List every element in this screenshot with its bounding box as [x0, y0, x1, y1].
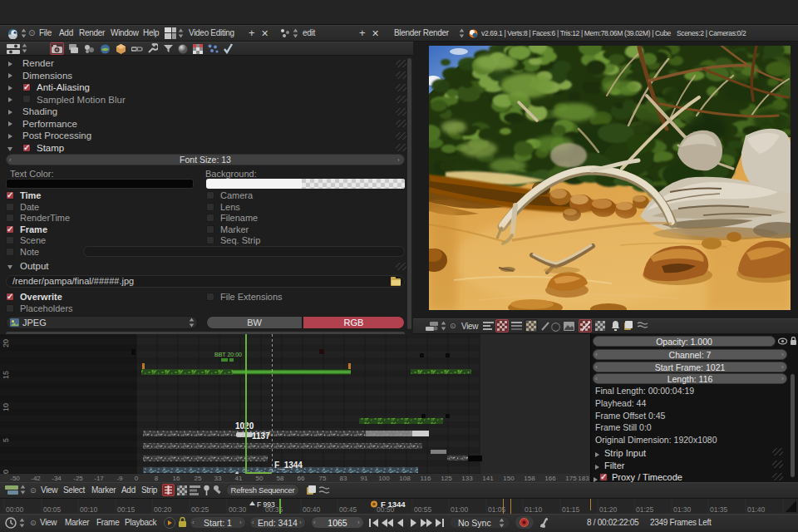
svg-text:0: 0 — [135, 475, 139, 482]
svg-text:1020: 1020 — [235, 421, 254, 431]
svg-text:5: 5 — [2, 438, 10, 442]
svg-text:-25: -25 — [73, 475, 83, 482]
svg-text:141: 141 — [482, 475, 494, 482]
svg-text:-9: -9 — [116, 475, 123, 482]
svg-text:01:40: 01:40 — [747, 505, 766, 514]
svg-text:-50: -50 — [10, 475, 20, 482]
svg-text:-34: -34 — [52, 475, 62, 482]
svg-text:20: 20 — [2, 339, 10, 347]
svg-text:10: 10 — [2, 403, 10, 411]
svg-text:01:30: 01:30 — [673, 505, 692, 514]
svg-text:01:35: 01:35 — [710, 505, 728, 514]
svg-text:00:55: 00:55 — [414, 505, 432, 514]
svg-text:100: 100 — [378, 475, 390, 482]
svg-text:00:10: 00:10 — [80, 505, 98, 514]
svg-text:166: 166 — [544, 475, 556, 482]
svg-text:175: 175 — [565, 475, 577, 482]
svg-text:75: 75 — [319, 475, 327, 482]
svg-text:01:15: 01:15 — [562, 505, 580, 514]
svg-text:41: 41 — [235, 475, 243, 482]
svg-text:183: 183 — [578, 475, 589, 482]
svg-text:F 1344: F 1344 — [381, 500, 406, 509]
svg-text:150: 150 — [503, 475, 515, 482]
svg-text:66: 66 — [298, 475, 305, 482]
svg-text:15: 15 — [2, 371, 10, 379]
svg-text:116: 116 — [421, 475, 431, 482]
svg-text:125: 125 — [441, 475, 452, 482]
svg-text:0: 0 — [2, 470, 10, 474]
svg-text:00:25: 00:25 — [191, 505, 209, 514]
svg-text:58: 58 — [277, 475, 284, 482]
svg-text:-17: -17 — [94, 475, 104, 482]
svg-text:158: 158 — [524, 475, 535, 482]
svg-text:01:10: 01:10 — [525, 505, 543, 514]
svg-text:01:00: 01:00 — [451, 505, 469, 514]
svg-text:00:05: 00:05 — [43, 505, 62, 514]
svg-text:00:00: 00:00 — [6, 505, 24, 514]
svg-text:00:15: 00:15 — [117, 505, 135, 514]
svg-text:33: 33 — [214, 475, 222, 482]
svg-text:-42: -42 — [31, 475, 41, 482]
svg-text:00:20: 00:20 — [154, 505, 172, 514]
svg-text:1137: 1137 — [252, 431, 270, 441]
svg-text:00:30: 00:30 — [229, 505, 247, 514]
svg-text:133: 133 — [461, 475, 473, 482]
svg-text:F_1344: F_1344 — [274, 461, 303, 470]
svg-text:F 993: F 993 — [257, 500, 275, 509]
svg-text:91: 91 — [361, 475, 368, 482]
svg-text:8: 8 — [155, 475, 159, 482]
svg-text:01:25: 01:25 — [636, 505, 654, 514]
svg-text:83: 83 — [340, 475, 347, 482]
svg-text:BBT 20:00: BBT 20:00 — [214, 352, 242, 357]
svg-text:01:20: 01:20 — [599, 505, 618, 514]
svg-text:108: 108 — [399, 475, 411, 482]
svg-text:00:45: 00:45 — [339, 505, 357, 514]
svg-text:25: 25 — [195, 475, 202, 482]
svg-text:16: 16 — [173, 475, 180, 482]
svg-text:50: 50 — [256, 475, 264, 482]
svg-text:00:40: 00:40 — [303, 505, 321, 514]
